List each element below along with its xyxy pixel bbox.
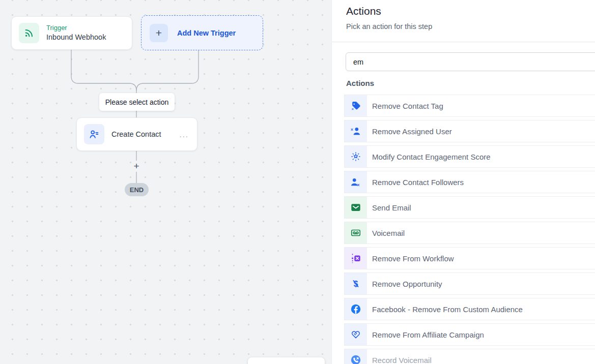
action-item-label: Voicemail	[372, 229, 405, 237]
action-list-item[interactable]: ×Remove Contact Followers	[344, 171, 595, 193]
voicemail-icon	[345, 222, 367, 244]
user-list-icon	[84, 124, 104, 144]
action-item-label: Modify Contact Engagement Score	[372, 153, 491, 161]
workflow-canvas[interactable]: Trigger Inbound Webhook + Add New Trigge…	[0, 0, 331, 364]
panel-subtitle: Pick an action for this step	[346, 22, 432, 31]
facebook-icon	[345, 298, 367, 320]
tag-remove-icon: ×	[345, 95, 367, 116]
opportunity-remove-icon: $	[345, 273, 367, 294]
panel-title: Actions	[346, 5, 381, 17]
workflow-remove-icon	[345, 248, 367, 269]
svg-text:×: ×	[351, 128, 353, 132]
user-remove-icon: ×	[345, 120, 367, 142]
trigger-node-title: Trigger	[46, 23, 106, 33]
end-badge: END	[125, 183, 149, 196]
action-list-item[interactable]: ×Remove Contact Tag	[344, 95, 595, 117]
action-list-item[interactable]: Remove From Affiliate Campaign	[344, 323, 595, 346]
action-list-item[interactable]: Facebook - Remove From Custom Audience	[344, 298, 595, 320]
action-list-item[interactable]: Remove From Workflow	[344, 247, 595, 269]
handshake-icon	[345, 324, 367, 345]
action-list-item[interactable]: $Remove Opportunity	[344, 272, 595, 295]
action-item-label: Send Email	[372, 203, 411, 212]
action-item-label: Record Voicemail	[372, 356, 432, 364]
action-item-label: Remove Assigned User	[372, 127, 452, 136]
add-step-plus-icon[interactable]: +	[132, 162, 141, 171]
create-contact-label: Create Contact	[111, 130, 179, 138]
action-list: ×Remove Contact Tag×Remove Assigned User…	[344, 95, 595, 364]
trigger-node-subtitle: Inbound Webhook	[46, 33, 106, 43]
plus-icon: +	[150, 24, 168, 42]
action-list-item[interactable]: ×Remove Assigned User	[344, 120, 595, 142]
record-voicemail-icon	[345, 349, 367, 364]
canvas-bottom-popup[interactable]	[248, 357, 325, 364]
action-item-label: Facebook - Remove From Custom Audience	[372, 305, 523, 314]
trigger-node[interactable]: Trigger Inbound Webhook	[11, 16, 132, 50]
panel-divider	[332, 42, 595, 42]
actions-panel: Actions Pick an action for this step Act…	[331, 0, 595, 364]
create-contact-node[interactable]: Create Contact ...	[76, 117, 197, 151]
email-icon	[345, 197, 367, 218]
action-search-input[interactable]	[346, 52, 595, 71]
engagement-score-icon	[345, 146, 367, 167]
svg-text:×: ×	[352, 107, 354, 111]
add-new-trigger-label: Add New Trigger	[177, 29, 236, 37]
svg-text:×: ×	[357, 183, 359, 188]
action-list-item[interactable]: Modify Contact Engagement Score	[344, 145, 595, 168]
action-list-item[interactable]: Send Email	[344, 196, 595, 219]
node-menu-icon[interactable]: ...	[179, 130, 189, 139]
followers-remove-icon: ×	[345, 171, 367, 193]
add-new-trigger-button[interactable]: + Add New Trigger	[141, 15, 263, 50]
connector-lines	[0, 0, 331, 364]
rss-icon	[19, 23, 39, 43]
action-item-label: Remove From Affiliate Campaign	[372, 330, 484, 339]
actions-section-label: Actions	[346, 79, 374, 87]
action-item-label: Remove Opportunity	[372, 280, 442, 288]
action-list-item[interactable]: Voicemail	[344, 222, 595, 244]
action-item-label: Remove Contact Followers	[372, 178, 464, 187]
please-select-action-label: Please select action	[99, 93, 175, 111]
action-item-label: Remove Contact Tag	[372, 102, 443, 110]
action-item-label: Remove From Workflow	[372, 254, 454, 263]
action-list-item[interactable]: Record Voicemail	[344, 349, 595, 364]
